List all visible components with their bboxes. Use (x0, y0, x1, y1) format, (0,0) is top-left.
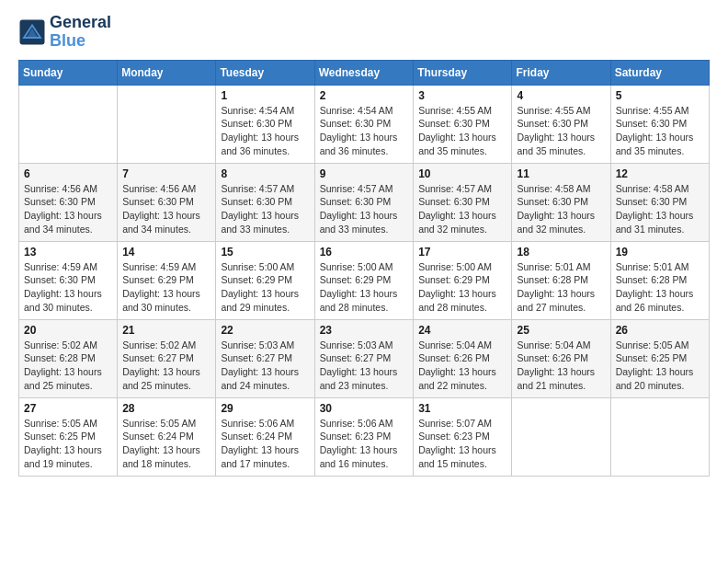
calendar-cell (19, 85, 118, 163)
calendar-cell: 19Sunrise: 5:01 AM Sunset: 6:28 PM Dayli… (610, 241, 709, 319)
day-info: Sunrise: 4:55 AM Sunset: 6:30 PM Dayligh… (517, 104, 605, 158)
calendar-cell: 16Sunrise: 5:00 AM Sunset: 6:29 PM Dayli… (314, 241, 414, 319)
calendar-cell: 9Sunrise: 4:57 AM Sunset: 6:30 PM Daylig… (314, 163, 414, 241)
logo: General Blue (18, 14, 111, 51)
day-info: Sunrise: 5:00 AM Sunset: 6:29 PM Dayligh… (320, 260, 409, 315)
calendar-cell: 30Sunrise: 5:06 AM Sunset: 6:23 PM Dayli… (314, 397, 414, 476)
day-number: 10 (418, 167, 506, 180)
day-number: 17 (418, 246, 506, 259)
calendar-cell (610, 397, 709, 476)
day-info: Sunrise: 4:54 AM Sunset: 6:30 PM Dayligh… (221, 104, 309, 158)
day-info: Sunrise: 5:03 AM Sunset: 6:27 PM Dayligh… (221, 339, 309, 393)
calendar-cell: 22Sunrise: 5:03 AM Sunset: 6:27 PM Dayli… (216, 319, 314, 397)
day-number: 18 (517, 246, 605, 259)
day-number: 1 (221, 89, 309, 102)
day-number: 27 (24, 402, 112, 415)
calendar-cell: 13Sunrise: 4:59 AM Sunset: 6:30 PM Dayli… (19, 241, 118, 319)
calendar-cell: 29Sunrise: 5:06 AM Sunset: 6:24 PM Dayli… (216, 397, 314, 476)
calendar-cell (118, 85, 216, 163)
day-info: Sunrise: 5:01 AM Sunset: 6:28 PM Dayligh… (616, 260, 704, 315)
calendar-cell: 18Sunrise: 5:01 AM Sunset: 6:28 PM Dayli… (512, 241, 610, 319)
calendar-cell: 31Sunrise: 5:07 AM Sunset: 6:23 PM Dayli… (414, 397, 512, 476)
day-info: Sunrise: 4:55 AM Sunset: 6:30 PM Dayligh… (418, 104, 506, 158)
day-info: Sunrise: 4:59 AM Sunset: 6:29 PM Dayligh… (122, 260, 210, 315)
calendar-cell: 26Sunrise: 5:05 AM Sunset: 6:25 PM Dayli… (610, 319, 709, 397)
weekday-header: Thursday (414, 60, 512, 85)
weekday-header: Monday (118, 60, 216, 85)
week-row: 1Sunrise: 4:54 AM Sunset: 6:30 PM Daylig… (19, 85, 710, 163)
day-number: 11 (517, 167, 605, 180)
weekday-header: Sunday (19, 60, 118, 85)
week-row: 13Sunrise: 4:59 AM Sunset: 6:30 PM Dayli… (19, 241, 710, 319)
week-row: 20Sunrise: 5:02 AM Sunset: 6:28 PM Dayli… (19, 319, 710, 397)
day-info: Sunrise: 4:57 AM Sunset: 6:30 PM Dayligh… (320, 182, 409, 236)
calendar-cell: 24Sunrise: 5:04 AM Sunset: 6:26 PM Dayli… (414, 319, 512, 397)
calendar-cell: 11Sunrise: 4:58 AM Sunset: 6:30 PM Dayli… (512, 163, 610, 241)
day-number: 22 (221, 324, 309, 337)
calendar-cell: 10Sunrise: 4:57 AM Sunset: 6:30 PM Dayli… (414, 163, 512, 241)
day-info: Sunrise: 5:03 AM Sunset: 6:27 PM Dayligh… (320, 339, 409, 393)
day-number: 30 (320, 402, 409, 415)
day-number: 2 (320, 89, 409, 102)
calendar-cell: 21Sunrise: 5:02 AM Sunset: 6:27 PM Dayli… (118, 319, 216, 397)
day-info: Sunrise: 5:04 AM Sunset: 6:26 PM Dayligh… (418, 339, 506, 393)
calendar-cell: 5Sunrise: 4:55 AM Sunset: 6:30 PM Daylig… (610, 85, 709, 163)
day-info: Sunrise: 4:56 AM Sunset: 6:30 PM Dayligh… (122, 182, 210, 236)
day-info: Sunrise: 5:07 AM Sunset: 6:23 PM Dayligh… (418, 417, 506, 471)
page-header: General Blue (18, 14, 710, 51)
day-number: 14 (122, 246, 210, 259)
day-number: 23 (320, 324, 409, 337)
calendar-cell: 14Sunrise: 4:59 AM Sunset: 6:29 PM Dayli… (118, 241, 216, 319)
calendar-cell: 15Sunrise: 5:00 AM Sunset: 6:29 PM Dayli… (216, 241, 314, 319)
calendar-cell: 6Sunrise: 4:56 AM Sunset: 6:30 PM Daylig… (19, 163, 118, 241)
logo-icon (18, 18, 46, 46)
day-number: 8 (221, 167, 309, 180)
day-number: 21 (122, 324, 210, 337)
day-info: Sunrise: 4:57 AM Sunset: 6:30 PM Dayligh… (418, 182, 506, 236)
day-number: 31 (418, 402, 506, 415)
day-info: Sunrise: 5:01 AM Sunset: 6:28 PM Dayligh… (517, 260, 605, 315)
day-number: 24 (418, 324, 506, 337)
day-info: Sunrise: 4:57 AM Sunset: 6:30 PM Dayligh… (221, 182, 309, 236)
calendar-cell: 2Sunrise: 4:54 AM Sunset: 6:30 PM Daylig… (314, 85, 414, 163)
day-info: Sunrise: 5:06 AM Sunset: 6:24 PM Dayligh… (221, 417, 309, 471)
logo-text-line2: Blue (50, 32, 111, 51)
day-info: Sunrise: 5:00 AM Sunset: 6:29 PM Dayligh… (418, 260, 506, 315)
day-info: Sunrise: 4:54 AM Sunset: 6:30 PM Dayligh… (320, 104, 409, 158)
day-number: 12 (616, 167, 704, 180)
calendar-cell: 1Sunrise: 4:54 AM Sunset: 6:30 PM Daylig… (216, 85, 314, 163)
calendar-cell (512, 397, 610, 476)
day-number: 15 (221, 246, 309, 259)
day-info: Sunrise: 5:05 AM Sunset: 6:25 PM Dayligh… (616, 339, 704, 393)
calendar-cell: 25Sunrise: 5:04 AM Sunset: 6:26 PM Dayli… (512, 319, 610, 397)
calendar-cell: 17Sunrise: 5:00 AM Sunset: 6:29 PM Dayli… (414, 241, 512, 319)
week-row: 27Sunrise: 5:05 AM Sunset: 6:25 PM Dayli… (19, 397, 710, 476)
calendar-cell: 7Sunrise: 4:56 AM Sunset: 6:30 PM Daylig… (118, 163, 216, 241)
day-info: Sunrise: 4:56 AM Sunset: 6:30 PM Dayligh… (24, 182, 112, 236)
day-info: Sunrise: 4:59 AM Sunset: 6:30 PM Dayligh… (24, 260, 112, 315)
day-info: Sunrise: 4:58 AM Sunset: 6:30 PM Dayligh… (517, 182, 605, 236)
logo-text-line1: General (50, 14, 111, 32)
day-number: 5 (616, 89, 704, 102)
calendar-table: SundayMondayTuesdayWednesdayThursdayFrid… (18, 60, 710, 477)
day-info: Sunrise: 5:04 AM Sunset: 6:26 PM Dayligh… (517, 339, 605, 393)
calendar-cell: 20Sunrise: 5:02 AM Sunset: 6:28 PM Dayli… (19, 319, 118, 397)
weekday-header: Saturday (610, 60, 709, 85)
day-number: 6 (24, 167, 112, 180)
calendar-cell: 8Sunrise: 4:57 AM Sunset: 6:30 PM Daylig… (216, 163, 314, 241)
calendar-cell: 28Sunrise: 5:05 AM Sunset: 6:24 PM Dayli… (118, 397, 216, 476)
day-number: 28 (122, 402, 210, 415)
day-number: 19 (616, 246, 704, 259)
day-number: 25 (517, 324, 605, 337)
weekday-header: Wednesday (314, 60, 414, 85)
day-number: 26 (616, 324, 704, 337)
day-info: Sunrise: 5:00 AM Sunset: 6:29 PM Dayligh… (221, 260, 309, 315)
day-info: Sunrise: 5:02 AM Sunset: 6:27 PM Dayligh… (122, 339, 210, 393)
calendar-cell: 23Sunrise: 5:03 AM Sunset: 6:27 PM Dayli… (314, 319, 414, 397)
day-info: Sunrise: 5:06 AM Sunset: 6:23 PM Dayligh… (320, 417, 409, 471)
day-number: 20 (24, 324, 112, 337)
day-number: 7 (122, 167, 210, 180)
calendar-cell: 3Sunrise: 4:55 AM Sunset: 6:30 PM Daylig… (414, 85, 512, 163)
day-number: 4 (517, 89, 605, 102)
day-number: 13 (24, 246, 112, 259)
